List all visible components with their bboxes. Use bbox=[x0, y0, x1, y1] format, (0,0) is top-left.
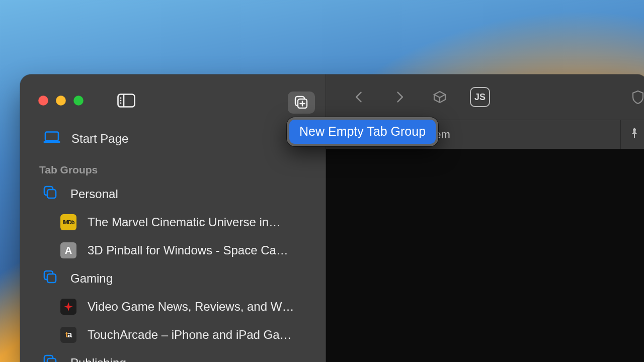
sidebar: Start Page Tab Groups Personal IMDb The … bbox=[20, 74, 326, 362]
sidebar-group-label: Publishing bbox=[70, 356, 126, 362]
chevron-right-icon bbox=[392, 90, 407, 104]
menu-item-label: New Empty Tab Group bbox=[299, 124, 426, 138]
tab-group-icon bbox=[43, 186, 59, 203]
sidebar-tab-imdb[interactable]: IMDb The Marvel Cinematic Universe in… bbox=[20, 208, 326, 236]
sidebar-item-label: Start Page bbox=[71, 132, 128, 146]
laptop-icon bbox=[43, 131, 60, 146]
minimize-window-button[interactable] bbox=[56, 96, 66, 106]
toolbar: JS bbox=[326, 74, 644, 120]
toggle-sidebar-button[interactable] bbox=[117, 93, 135, 108]
sidebar-item-start-page[interactable]: Start Page bbox=[20, 125, 326, 153]
sidebar-tab-title: Video Game News, Reviews, and W… bbox=[88, 300, 294, 314]
pin-icon[interactable] bbox=[630, 128, 639, 142]
forward-button[interactable] bbox=[389, 87, 410, 107]
maximize-window-button[interactable] bbox=[73, 96, 84, 106]
favicon-imdb: IMDb bbox=[60, 214, 76, 230]
new-tab-group-icon bbox=[294, 95, 309, 110]
svg-point-2 bbox=[120, 98, 122, 99]
cube-icon bbox=[433, 90, 447, 104]
svg-rect-9 bbox=[45, 132, 58, 141]
chevron-left-icon bbox=[352, 90, 366, 104]
shield-icon bbox=[631, 90, 644, 104]
new-tab-group-button[interactable] bbox=[288, 92, 315, 114]
svg-rect-14 bbox=[47, 274, 56, 283]
menu-item-new-empty-tab-group[interactable]: New Empty Tab Group bbox=[289, 120, 436, 144]
svg-marker-15 bbox=[64, 302, 73, 311]
sidebar-tab-pinball[interactable]: A 3D Pinball for Windows - Space Ca… bbox=[20, 236, 326, 264]
titlebar bbox=[20, 81, 326, 120]
svg-point-3 bbox=[120, 100, 122, 102]
sidebar-group-label: Personal bbox=[70, 187, 118, 201]
svg-rect-10 bbox=[44, 141, 60, 143]
back-button[interactable] bbox=[349, 87, 369, 107]
sidebar-icon bbox=[117, 94, 135, 108]
sidebar-group-personal[interactable]: Personal bbox=[20, 180, 326, 208]
sidebar-group-label: Gaming bbox=[70, 272, 113, 286]
sidebar-section-title: Tab Groups bbox=[20, 153, 326, 180]
sidebar-group-gaming[interactable]: Gaming bbox=[20, 264, 326, 293]
js-extension-button[interactable]: JS bbox=[470, 87, 490, 107]
sidebar-tab-title: The Marvel Cinematic Universe in… bbox=[88, 215, 281, 229]
svg-rect-17 bbox=[47, 358, 56, 362]
favicon-toucharcade: ta bbox=[60, 327, 76, 343]
svg-rect-18 bbox=[634, 134, 635, 138]
privacy-report-button[interactable] bbox=[628, 87, 644, 107]
sidebar-tab-title: 3D Pinball for Windows - Space Ca… bbox=[88, 243, 288, 257]
favicon-ign bbox=[60, 299, 76, 315]
new-tab-group-menu: New Empty Tab Group bbox=[287, 117, 438, 146]
web-content[interactable] bbox=[326, 149, 644, 362]
favicon-generic: A bbox=[60, 242, 76, 258]
svg-rect-12 bbox=[47, 190, 56, 198]
close-window-button[interactable] bbox=[38, 96, 48, 106]
js-extension-label: JS bbox=[474, 92, 486, 103]
svg-point-4 bbox=[120, 103, 122, 104]
sidebar-tab-ign[interactable]: Video Game News, Reviews, and W… bbox=[20, 293, 326, 321]
extension-button[interactable] bbox=[430, 87, 450, 107]
sidebar-group-publishing[interactable]: Publishing bbox=[20, 349, 326, 362]
sidebar-tab-toucharcade[interactable]: ta TouchArcade – iPhone and iPad Ga… bbox=[20, 321, 326, 349]
sidebar-tab-title: TouchArcade – iPhone and iPad Ga… bbox=[88, 328, 292, 342]
tab-group-icon bbox=[43, 354, 59, 362]
tab-group-icon bbox=[43, 270, 59, 287]
pinned-tabs-area bbox=[620, 120, 644, 149]
